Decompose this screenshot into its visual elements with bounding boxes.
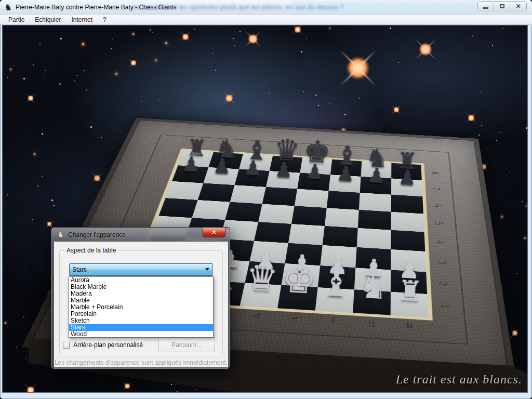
star <box>506 174 507 175</box>
board-square[interactable] <box>361 161 392 178</box>
star <box>19 371 19 371</box>
star <box>5 322 6 324</box>
custom-background-checkbox[interactable] <box>63 342 70 349</box>
combobox-value: Stars <box>72 266 87 273</box>
star-flare <box>26 386 35 393</box>
board-square[interactable] <box>192 200 230 220</box>
star <box>84 70 85 71</box>
board-square[interactable] <box>208 152 243 169</box>
minimize-button[interactable] <box>478 2 494 11</box>
chess-piece[interactable]: ♚ <box>280 254 319 299</box>
appearance-dialog: ♞ Changer l'apparence ✕ Aspect de la tab… <box>51 227 230 369</box>
board-square[interactable] <box>225 202 262 222</box>
star <box>60 38 62 39</box>
board-square[interactable] <box>198 183 235 202</box>
file-label: f <box>314 314 353 327</box>
board-square[interactable] <box>262 187 297 206</box>
menu-item-echiquier[interactable]: Echiquier <box>30 15 66 24</box>
dropdown-option[interactable]: Sketch <box>69 317 213 324</box>
board-square[interactable] <box>291 206 327 226</box>
board-square[interactable] <box>266 171 300 189</box>
star <box>37 185 38 187</box>
board-square[interactable] <box>203 167 239 185</box>
dropdown-option[interactable]: Wood <box>69 331 213 338</box>
file-label: d <box>237 310 277 322</box>
combobox-dropdown-list: AuroraBlack MarbleMaderaMarbleMarble + P… <box>69 276 214 338</box>
board-square[interactable] <box>391 212 424 232</box>
file-label: e <box>275 312 315 324</box>
board-square[interactable] <box>330 159 362 177</box>
star <box>14 65 14 66</box>
star <box>77 75 78 76</box>
dialog-close-button[interactable]: ✕ <box>203 228 225 237</box>
board-square[interactable] <box>359 193 391 212</box>
star <box>86 89 87 90</box>
star <box>25 264 25 264</box>
board-square[interactable] <box>166 181 204 200</box>
rank-label: 5 <box>432 220 446 228</box>
title-bar[interactable]: ♞ Pierre-Marie Baty contre Pierre-Marie … <box>0 0 532 15</box>
maximize-button[interactable] <box>494 2 510 11</box>
star <box>16 347 17 348</box>
board-square[interactable] <box>328 175 361 193</box>
file-label: h <box>391 319 429 331</box>
dropdown-option[interactable]: Marble + Porcelain <box>69 304 213 311</box>
star <box>516 273 517 274</box>
table-style-combobox[interactable]: Stars <box>69 263 213 276</box>
board-square[interactable] <box>391 178 422 196</box>
board-square[interactable] <box>239 154 273 171</box>
star <box>34 153 35 155</box>
star <box>53 205 55 206</box>
board-square[interactable] <box>391 163 422 180</box>
close-button[interactable]: ✕ <box>510 2 526 11</box>
star <box>24 161 24 162</box>
group-label: Aspect de la table <box>64 247 118 254</box>
board-square[interactable] <box>158 198 197 218</box>
browse-button[interactable]: Parcourir... <box>158 337 215 352</box>
star <box>42 176 43 177</box>
minimize-icon <box>483 7 488 9</box>
rank-label: 8 <box>429 170 442 177</box>
chess-piece[interactable]: ♜ <box>391 260 430 305</box>
menu-item-[interactable]: ? <box>98 15 112 24</box>
menu-item-internet[interactable]: Internet <box>66 15 98 24</box>
star-flare <box>512 330 518 336</box>
star <box>82 43 84 45</box>
star <box>25 358 26 359</box>
board-square[interactable] <box>178 150 214 167</box>
star <box>7 194 8 195</box>
star <box>28 132 28 133</box>
dialog-status-text: Les changements d'apparence sont appliqu… <box>54 357 228 367</box>
board-square[interactable] <box>300 157 332 175</box>
board-square[interactable] <box>295 189 329 208</box>
star <box>50 127 50 127</box>
chess-piece[interactable]: ♝ <box>316 256 356 301</box>
dropdown-option[interactable]: Madera <box>69 290 213 297</box>
chess-piece[interactable]: ♞ <box>354 258 393 303</box>
star <box>32 219 33 220</box>
menu-bar: PartieEchiquierInternet? <box>0 15 532 25</box>
dropdown-option[interactable]: Aurora <box>69 277 213 284</box>
board-square[interactable] <box>258 204 295 224</box>
board-square[interactable] <box>360 177 391 195</box>
board-square[interactable] <box>325 208 359 228</box>
dropdown-option[interactable]: Porcelain <box>69 311 213 317</box>
board-square[interactable] <box>235 169 270 187</box>
board-square[interactable] <box>172 165 208 183</box>
chess-piece[interactable]: ♛ <box>243 251 282 297</box>
board-square[interactable] <box>297 173 330 191</box>
rank-label: 7 <box>430 185 443 192</box>
fading-tooltip-text: ne pas afficher les symboles plutôt que … <box>133 3 497 11</box>
board-square[interactable] <box>327 191 360 210</box>
board-square[interactable] <box>230 185 266 204</box>
dropdown-option[interactable]: Marble <box>69 297 213 304</box>
board-square[interactable] <box>358 210 391 230</box>
star <box>10 69 11 70</box>
board-square[interactable] <box>270 156 302 173</box>
dropdown-option[interactable]: Stars <box>69 324 213 331</box>
board-square[interactable] <box>391 195 423 214</box>
app-icon: ♞ <box>4 2 14 12</box>
menu-item-partie[interactable]: Partie <box>3 15 30 24</box>
star <box>509 171 510 172</box>
dropdown-option[interactable]: Black Marble <box>69 284 213 290</box>
